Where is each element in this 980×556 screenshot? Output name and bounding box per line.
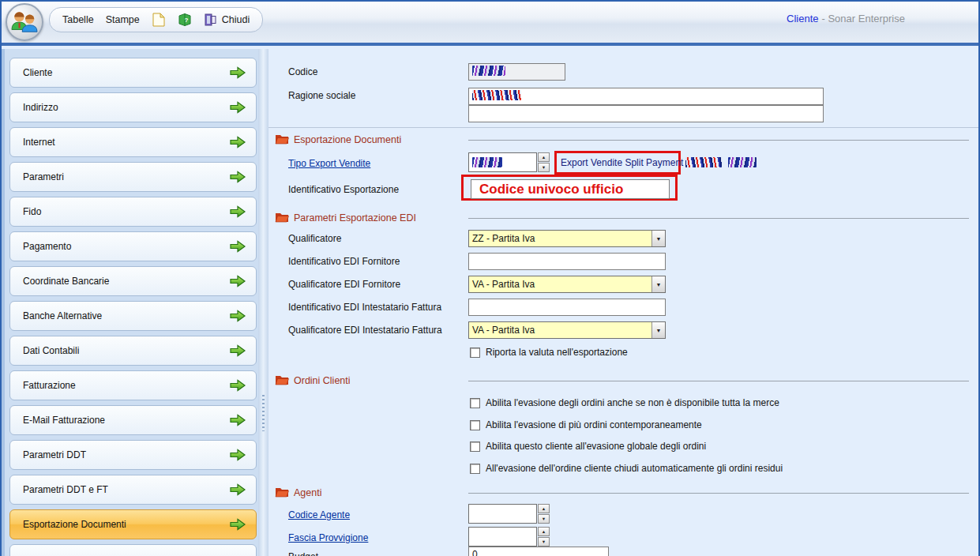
ordini-checkbox-row: Abilita l'evasione degli ordini anche se… — [470, 397, 779, 408]
red-folder-icon — [275, 486, 289, 500]
spin-down-button[interactable]: ▼ — [538, 537, 550, 547]
riporta-valuta-row: Riporta la valuta nell'esportazione — [470, 347, 628, 358]
window-title: Cliente- Sonar Enterprise — [787, 13, 905, 24]
riporta-valuta-label: Riporta la valuta nell'esportazione — [486, 347, 628, 358]
main-form: Codice Ragione sociale Esportazione Docu… — [268, 49, 978, 556]
checkbox-label: All'evasione dell'ordine cliente chiudi … — [486, 463, 783, 474]
qualificatore-edi-fornitore-select[interactable]: VA - Partita Iva ▼ — [468, 276, 666, 293]
codice-input[interactable] — [468, 63, 565, 81]
chevron-down-icon[interactable]: ▼ — [651, 322, 665, 338]
spin-down-button[interactable]: ▼ — [538, 163, 550, 172]
chiudi-button[interactable]: Chiudi — [204, 13, 250, 27]
red-folder-icon — [275, 374, 289, 388]
red-folder-icon — [275, 211, 289, 225]
header-bar: Tabelle Stampe ? Chiudi — [2, 2, 978, 46]
spin-up-button[interactable]: ▲ — [538, 527, 550, 536]
export-vendite-split-payment-link[interactable]: Export Vendite Split Payment — [557, 153, 678, 172]
codice-agente-link[interactable]: Codice Agente — [288, 509, 350, 520]
section-title: Agenti — [294, 487, 321, 498]
sidebar-item-esportazione-documenti[interactable]: Esportazione Documenti — [9, 509, 257, 539]
spin-up-button[interactable]: ▲ — [538, 504, 550, 513]
identificativo-edi-fornitore-input[interactable] — [468, 253, 666, 270]
section-rule — [468, 140, 969, 141]
ragione-sociale-input[interactable] — [468, 88, 824, 105]
qualificatore-select[interactable]: ZZ - Partita Iva ▼ — [468, 230, 666, 247]
green-arrow-icon — [229, 205, 246, 218]
app-menu-button[interactable] — [6, 3, 43, 41]
section-title: Parametri Esportazione EDI — [294, 212, 416, 224]
green-arrow-icon — [229, 518, 246, 531]
green-arrow-icon — [229, 136, 246, 148]
sidebar-item-fido[interactable]: Fido — [9, 197, 257, 227]
spin-down-button[interactable]: ▼ — [538, 514, 550, 524]
red-folder-icon — [275, 133, 289, 147]
sidebar-item-parametri-ddt[interactable]: Parametri DDT — [9, 440, 257, 470]
redacted-value — [472, 157, 502, 167]
sidebar-item-dati-contabili[interactable]: Dati Contabili — [9, 336, 257, 366]
identificativo-edi-intestatario-input[interactable] — [468, 299, 666, 316]
sidebar-item-parametri-ddt-ft[interactable]: Parametri DDT e FT — [9, 475, 257, 505]
chevron-down-icon[interactable]: ▼ — [651, 231, 665, 246]
annotation-box-split-payment: Export Vendite Split Payment — [554, 151, 681, 175]
chiudi-ordini-residui-checkbox[interactable] — [470, 464, 480, 474]
evasione-globale-checkbox[interactable] — [470, 441, 480, 452]
sidebar-item-parametri[interactable]: Parametri — [9, 162, 257, 192]
sidebar-item-banche-alternative[interactable]: Banche Alternative — [9, 301, 257, 331]
ordini-checkbox-row: Abilita questo cliente all'evasione glob… — [470, 441, 706, 452]
sidebar-item-internet[interactable]: Internet — [9, 127, 257, 157]
identificativo-edi-fornitore-label: Identificativo EDI Fornitore — [288, 256, 400, 267]
splitter-grip-icon — [262, 395, 265, 431]
window-title-primary: Cliente — [787, 13, 818, 24]
ragione-sociale-input-2[interactable] — [468, 105, 824, 122]
toolbar: Tabelle Stampe ? Chiudi — [49, 7, 263, 32]
menu-tabelle[interactable]: Tabelle — [62, 14, 94, 25]
ordini-checkbox-row: Abilita l'evasione di più ordini contemp… — [470, 419, 702, 430]
evasione-multipla-checkbox[interactable] — [470, 420, 480, 430]
codice-label: Codice — [288, 66, 317, 77]
panel-splitter[interactable] — [258, 49, 268, 556]
chevron-down-icon[interactable]: ▼ — [651, 276, 665, 292]
qualificatore-edi-intestatario-select[interactable]: VA - Partita Iva ▼ — [468, 321, 666, 339]
fascia-provvigione-link[interactable]: Fascia Provvigione — [288, 532, 368, 543]
sidebar-item-email-fatturazione[interactable]: E-Mail Fatturazione — [9, 405, 257, 435]
qualificatore-edi-intestatario-label: Qualificatore EDI Intestatario Fattura — [288, 325, 442, 336]
new-document-icon[interactable] — [152, 13, 166, 27]
budget-input[interactable]: 0 — [468, 547, 609, 556]
sidebar-item-coordinate-bancarie[interactable]: Coordinate Bancarie — [9, 266, 257, 296]
divider — [268, 127, 978, 128]
evasione-parziale-checkbox[interactable] — [470, 398, 480, 408]
annotation-box-codice-univoco: Codice univoco ufficio — [461, 175, 678, 201]
redacted-value — [472, 66, 505, 76]
codice-agente-input[interactable] — [468, 504, 537, 524]
section-rule — [468, 493, 969, 494]
tipo-export-vendite-input[interactable] — [468, 152, 537, 172]
fascia-provvigione-input[interactable] — [468, 527, 537, 547]
tipo-export-vendite-link[interactable]: Tipo Export Vendite — [288, 158, 370, 169]
checkbox-label: Abilita l'evasione degli ordini anche se… — [486, 397, 779, 408]
tipo-export-vendite-spinner: ▲ ▼ — [468, 152, 550, 172]
sidebar-item-pagamento[interactable]: Pagamento — [9, 231, 257, 261]
menu-stampe[interactable]: Stampe — [106, 14, 140, 25]
checkbox-label: Abilita l'evasione di più ordini contemp… — [486, 419, 702, 430]
riporta-valuta-checkbox[interactable] — [470, 348, 480, 358]
green-arrow-icon — [229, 449, 246, 461]
identificativo-esportazione-input[interactable]: Codice univoco ufficio — [471, 179, 670, 199]
window-title-secondary: - Sonar Enterprise — [822, 13, 906, 24]
sidebar-item-indirizzo[interactable]: Indirizzo — [9, 92, 257, 122]
qualificatore-label: Qualificatore — [288, 233, 341, 244]
svg-text:?: ? — [184, 17, 188, 24]
section-agenti: Agenti — [268, 486, 978, 502]
green-arrow-icon — [229, 379, 246, 392]
sidebar-item-cliente[interactable]: Cliente — [9, 58, 257, 88]
green-arrow-icon — [229, 310, 246, 322]
sidebar-nav: Cliente Indirizzo Internet Parametri Fid… — [2, 49, 258, 556]
sidebar-item-partial[interactable] — [9, 544, 257, 556]
green-arrow-icon — [229, 101, 246, 114]
redacted-value — [728, 157, 757, 167]
identificativo-edi-intestatario-label: Identificativo EDI Intestatario Fattura — [288, 302, 441, 313]
green-arrow-icon — [229, 240, 246, 253]
sidebar-item-fatturazione[interactable]: Fatturazione — [9, 370, 257, 400]
budget-label: Budget — [288, 551, 318, 556]
help-book-icon[interactable]: ? — [178, 13, 192, 27]
spin-up-button[interactable]: ▲ — [538, 152, 550, 162]
